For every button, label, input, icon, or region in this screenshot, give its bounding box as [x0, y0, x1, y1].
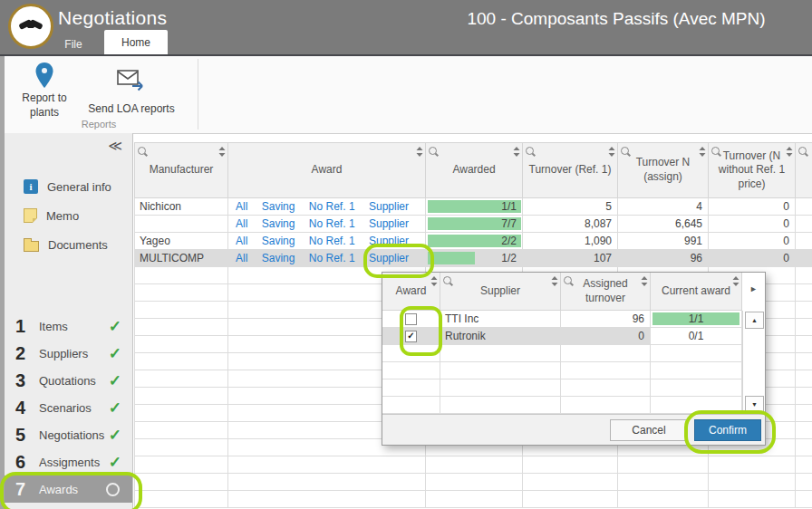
award-link-all[interactable]: All: [236, 217, 247, 230]
popup-header-current-award[interactable]: Current award: [651, 273, 742, 311]
sidebar-step-quotations[interactable]: 3Quotations✓: [5, 367, 132, 394]
grid-header-award[interactable]: Award: [228, 142, 426, 198]
scroll-up-button[interactable]: ▲: [745, 312, 764, 329]
grid-row-multicomp[interactable]: MULTICOMPAllSavingNo Ref. 1Supplier1/210…: [134, 250, 812, 267]
award-link-saving[interactable]: Saving: [262, 235, 295, 247]
sidebar-item-documents[interactable]: Documents: [5, 230, 132, 259]
cell-empty: [796, 422, 812, 438]
sort-icon[interactable]: [218, 147, 226, 157]
award-checkbox-checked[interactable]: ✓: [405, 331, 417, 342]
award-link-all[interactable]: All: [236, 200, 247, 213]
popup-scrollbar[interactable]: ▲ ▼: [742, 311, 765, 414]
award-link-supplier[interactable]: Supplier: [369, 235, 409, 247]
cell-empty: [134, 405, 228, 421]
search-icon[interactable]: [526, 147, 536, 158]
award-link-no-ref-1[interactable]: No Ref. 1: [309, 235, 355, 247]
grid-header-turnover-n-without-ref-1-price[interactable]: Turnover (N without Ref. 1 price): [709, 142, 796, 198]
cell-turnover-ref-1: 5: [523, 198, 618, 215]
award-link-no-ref-1[interactable]: No Ref. 1: [309, 217, 355, 230]
cell-empty: [134, 284, 228, 301]
award-link-all[interactable]: All: [236, 252, 247, 264]
sort-icon[interactable]: [430, 276, 438, 286]
grid-header-turnover-ref-1[interactable]: Turnover (Ref. 1): [523, 142, 618, 198]
sidebar-item-memo[interactable]: Memo: [5, 201, 132, 230]
sidebar-step-items[interactable]: 1Items✓: [5, 312, 132, 340]
popup-row-empty: [382, 345, 742, 362]
handshake-icon: [19, 13, 43, 40]
sort-icon[interactable]: [551, 276, 558, 286]
grid-row-nichicon[interactable]: NichiconAllSavingNo Ref. 1Supplier1/1540: [134, 198, 812, 216]
sidebar-step-assigments[interactable]: 6Assigments✓: [5, 448, 132, 475]
sort-icon[interactable]: [732, 276, 740, 286]
popup-footer: Cancel Confirm: [382, 414, 765, 445]
sort-icon[interactable]: [608, 147, 615, 157]
cell-empty: [440, 397, 561, 413]
award-link-no-ref-1[interactable]: No Ref. 1: [309, 200, 355, 213]
search-icon[interactable]: [798, 147, 809, 158]
cell-empty: [134, 422, 228, 438]
tab-file[interactable]: File: [47, 34, 100, 54]
popup-row-rutronik[interactable]: ✓Rutronik00/1: [382, 328, 742, 345]
send-loa-reports-button[interactable]: Send LOA reports: [83, 59, 179, 128]
search-icon[interactable]: [138, 147, 149, 158]
step-label: Items: [39, 320, 109, 333]
search-icon[interactable]: [564, 276, 575, 287]
send-mail-icon: [117, 59, 146, 102]
column-chooser-icon[interactable]: ►: [749, 284, 758, 293]
sidebar-step-awards[interactable]: 7Awards: [5, 475, 132, 503]
search-icon[interactable]: [621, 147, 632, 158]
grid-header-turnover-n-assign[interactable]: Turnover N (assign): [618, 142, 709, 198]
cell-turnover-n-without-ref-1-price: 0: [709, 233, 796, 249]
column-label: Awarded: [452, 163, 495, 178]
search-icon[interactable]: [443, 276, 454, 287]
search-icon[interactable]: [429, 147, 440, 158]
step-number: 4: [15, 398, 39, 418]
report-to-plants-button[interactable]: Report to plants: [9, 59, 80, 128]
tab-home[interactable]: Home: [104, 30, 168, 54]
sort-icon[interactable]: [513, 147, 520, 157]
award-link-no-ref-1[interactable]: No Ref. 1: [309, 252, 355, 264]
scroll-down-button[interactable]: ▼: [745, 396, 764, 413]
award-link-saving[interactable]: Saving: [262, 217, 295, 230]
award-link-supplier[interactable]: Supplier: [369, 200, 409, 213]
cell-empty: [796, 370, 812, 387]
award-link-saving[interactable]: Saving: [262, 200, 295, 213]
sort-icon[interactable]: [786, 147, 793, 157]
cell-award-check: [382, 311, 440, 327]
award-checkbox-unchecked[interactable]: [405, 313, 417, 325]
popup-header-award[interactable]: Award: [382, 273, 440, 311]
search-icon[interactable]: [711, 147, 722, 158]
grid-row-blank[interactable]: AllSavingNo Ref. 1Supplier7/78,0876,6450: [134, 216, 812, 233]
grid-row-empty: [134, 456, 812, 474]
award-link-saving[interactable]: Saving: [262, 252, 295, 264]
popup-header-assigned-turnover[interactable]: Assigned turnover: [561, 273, 651, 311]
confirm-button[interactable]: Confirm: [694, 419, 761, 441]
grid-header-manufacturer[interactable]: Manufacturer: [134, 142, 228, 198]
sidebar-step-scenarios[interactable]: 4Scenarios✓: [5, 394, 132, 421]
cell-assigned-turnover: 96: [561, 311, 651, 327]
cell-turnover-n-without-ref-1-price: 0: [709, 250, 796, 266]
popup-row-tti-inc[interactable]: TTI Inc961/1: [382, 311, 742, 328]
award-link-all[interactable]: All: [236, 235, 247, 247]
cell-empty: [440, 379, 561, 396]
sidebar-step-suppliers[interactable]: 2Suppliers✓: [5, 340, 132, 367]
grid-header-extra[interactable]: [796, 142, 812, 198]
cell-empty: [709, 456, 796, 473]
grid-row-yageo[interactable]: YageoAllSavingNo Ref. 1Supplier2/21,0909…: [134, 233, 812, 250]
award-link-supplier[interactable]: Supplier: [369, 217, 409, 230]
cell-empty: [523, 474, 618, 490]
cell-empty: [618, 456, 709, 473]
sort-icon[interactable]: [699, 147, 706, 157]
grid-header-awarded[interactable]: Awarded: [426, 142, 523, 198]
cell-empty: [134, 302, 228, 318]
sidebar-step-negotiations[interactable]: 5Negotiations✓: [5, 421, 132, 448]
column-label: Turnover (Ref. 1): [529, 163, 612, 178]
step-label: Suppliers: [39, 347, 109, 360]
sidebar-item-general-info[interactable]: iGeneral info: [5, 172, 132, 201]
award-link-supplier[interactable]: Supplier: [369, 252, 409, 264]
collapse-sidebar-icon[interactable]: ≪: [108, 138, 122, 154]
sort-icon[interactable]: [416, 147, 423, 157]
cancel-button[interactable]: Cancel: [610, 419, 688, 441]
popup-header-supplier[interactable]: Supplier: [440, 273, 561, 311]
sort-icon[interactable]: [641, 276, 648, 286]
